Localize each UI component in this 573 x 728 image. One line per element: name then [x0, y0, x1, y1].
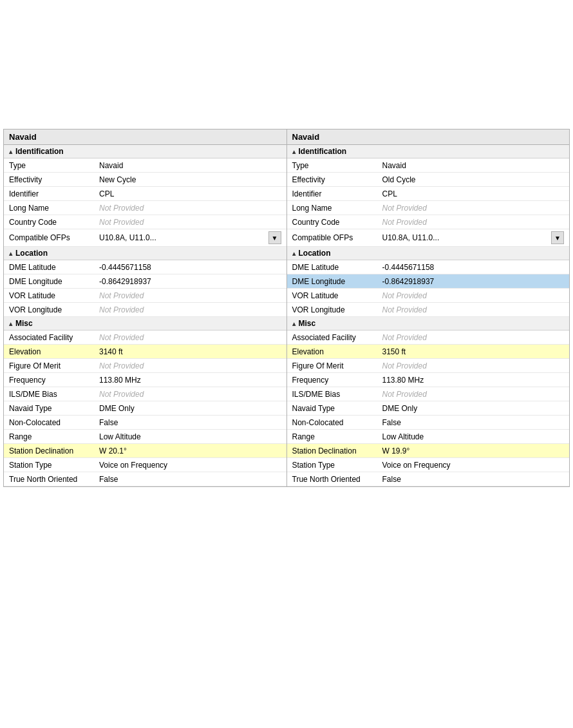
prop-label-left-2-0: Associated Facility: [4, 330, 94, 344]
prop-row-left-1-1: DME Longitude-0.8642918937: [4, 274, 286, 289]
prop-label-right-1-0: DME Latitude: [287, 260, 377, 274]
prop-value-left-0-1: New Cycle: [94, 173, 286, 186]
prop-row-right-1-0: DME Latitude-0.4445671158: [287, 260, 570, 274]
prop-value-left-2-5: DME Only: [94, 401, 286, 415]
prop-value-left-0-4: Not Provided: [94, 215, 286, 229]
prop-row-right-0-0: TypeNavaid: [287, 158, 570, 173]
prop-row-left-0-0: TypeNavaid: [4, 158, 286, 173]
section-header-right-0[interactable]: ▴Identification: [287, 145, 570, 158]
prop-label-left-2-3: Frequency: [4, 373, 94, 387]
prop-row-right-2-8: Station DeclinationW 19.9°: [287, 444, 570, 458]
prop-label-right-2-7: Range: [287, 430, 377, 443]
section-label: Location: [299, 249, 331, 258]
prop-label-left-0-1: Effectivity: [4, 173, 94, 186]
prop-label-right-2-1: Elevation: [287, 345, 377, 358]
prop-value-right-0-1: Old Cycle: [377, 173, 570, 186]
section-header-left-2[interactable]: ▴Misc: [4, 317, 286, 330]
prop-label-right-2-10: True North Oriented: [287, 472, 377, 486]
prop-row-left-0-2: IdentifierCPL: [4, 187, 286, 201]
prop-value-right-1-2: Not Provided: [377, 289, 570, 302]
prop-value-left-2-0: Not Provided: [94, 330, 286, 344]
prop-value-text-left-0-5: U10.8A, U11.0...: [99, 233, 156, 242]
prop-value-left-0-3: Not Provided: [94, 201, 286, 215]
prop-label-right-0-3: Long Name: [287, 201, 377, 215]
prop-row-left-0-4: Country CodeNot Provided: [4, 215, 286, 229]
prop-row-right-2-7: RangeLow Altitude: [287, 430, 570, 444]
prop-value-left-0-2: CPL: [94, 187, 286, 200]
prop-row-left-0-5: Compatible OFPsU10.8A, U11.0...▼: [4, 229, 286, 247]
prop-label-right-1-1: DME Longitude: [287, 274, 377, 288]
prop-label-left-2-9: Station Type: [4, 458, 94, 472]
prop-value-left-2-3: 113.80 MHz: [94, 373, 286, 387]
section-header-left-1[interactable]: ▴Location: [4, 247, 286, 260]
prop-row-left-2-4: ILS/DME BiasNot Provided: [4, 387, 286, 401]
panel-title-left: Navaid: [4, 129, 286, 145]
prop-label-left-0-2: Identifier: [4, 187, 94, 200]
section-header-left-0[interactable]: ▴Identification: [4, 145, 286, 158]
prop-value-left-2-2: Not Provided: [94, 359, 286, 372]
panel-left: Navaid▴IdentificationTypeNavaidEffectivi…: [4, 129, 287, 486]
prop-row-left-2-5: Navaid TypeDME Only: [4, 401, 286, 416]
panel-title-right: Navaid: [287, 129, 570, 145]
prop-value-left-1-0: -0.4445671158: [94, 260, 286, 274]
prop-row-left-2-8: Station DeclinationW 20.1°: [4, 444, 286, 458]
prop-value-right-0-4: Not Provided: [377, 215, 570, 229]
prop-label-right-2-6: Non-Colocated: [287, 416, 377, 429]
prop-value-left-2-6: False: [94, 416, 286, 429]
prop-value-left-1-1: -0.8642918937: [94, 274, 286, 288]
prop-label-right-2-3: Frequency: [287, 373, 377, 387]
section-label: Misc: [15, 319, 33, 328]
dropdown-arrow-icon-right-0-5[interactable]: ▼: [551, 231, 564, 244]
prop-label-right-2-2: Figure Of Merit: [287, 359, 377, 372]
prop-row-right-2-2: Figure Of MeritNot Provided: [287, 359, 570, 373]
triangle-icon: ▴: [292, 148, 296, 155]
prop-value-left-1-3: Not Provided: [94, 303, 286, 316]
triangle-icon: ▴: [292, 250, 296, 257]
prop-row-right-0-1: EffectivityOld Cycle: [287, 173, 570, 187]
page-wrapper: Navaid▴IdentificationTypeNavaidEffectivi…: [0, 0, 573, 728]
prop-row-right-1-3: VOR LongitudeNot Provided: [287, 303, 570, 317]
prop-label-left-0-3: Long Name: [4, 201, 94, 215]
prop-value-right-2-6: False: [377, 416, 570, 429]
prop-label-left-2-6: Non-Colocated: [4, 416, 94, 429]
prop-value-left-2-9: Voice on Frequency: [94, 458, 286, 472]
section-label: Location: [15, 249, 48, 258]
prop-value-right-2-5: DME Only: [377, 401, 570, 415]
prop-row-left-2-7: RangeLow Altitude: [4, 430, 286, 444]
prop-value-right-2-8: W 19.9°: [377, 444, 570, 457]
prop-value-right-2-1: 3150 ft: [377, 345, 570, 358]
prop-value-right-1-1: -0.8642918937: [377, 274, 570, 288]
prop-value-text-right-0-5: U10.8A, U11.0...: [382, 233, 440, 242]
prop-label-left-0-0: Type: [4, 158, 94, 172]
prop-value-right-2-4: Not Provided: [377, 387, 570, 401]
prop-label-right-0-1: Effectivity: [287, 173, 377, 186]
prop-label-left-2-10: True North Oriented: [4, 472, 94, 486]
prop-row-left-0-3: Long NameNot Provided: [4, 201, 286, 215]
prop-value-left-0-5: U10.8A, U11.0...▼: [94, 229, 286, 246]
section-label: Identification: [299, 147, 347, 156]
prop-row-right-2-3: Frequency113.80 MHz: [287, 373, 570, 387]
dropdown-arrow-icon-left-0-5[interactable]: ▼: [268, 231, 281, 244]
prop-row-right-1-2: VOR LatitudeNot Provided: [287, 289, 570, 303]
prop-row-right-0-2: IdentifierCPL: [287, 187, 570, 201]
prop-value-right-2-0: Not Provided: [377, 330, 570, 344]
prop-label-left-1-1: DME Longitude: [4, 274, 94, 288]
prop-label-left-0-4: Country Code: [4, 215, 94, 229]
prop-label-left-2-5: Navaid Type: [4, 401, 94, 415]
prop-value-right-1-0: -0.4445671158: [377, 260, 570, 274]
prop-value-left-1-2: Not Provided: [94, 289, 286, 302]
prop-label-left-2-4: ILS/DME Bias: [4, 387, 94, 401]
prop-value-left-2-7: Low Altitude: [94, 430, 286, 443]
section-header-right-2[interactable]: ▴Misc: [287, 317, 570, 330]
prop-row-left-2-1: Elevation3140 ft: [4, 345, 286, 359]
prop-label-right-2-0: Associated Facility: [287, 330, 377, 344]
prop-label-left-2-2: Figure Of Merit: [4, 359, 94, 372]
prop-row-right-0-3: Long NameNot Provided: [287, 201, 570, 215]
section-header-right-1[interactable]: ▴Location: [287, 247, 570, 260]
prop-row-left-2-6: Non-ColocatedFalse: [4, 416, 286, 430]
prop-label-right-0-2: Identifier: [287, 187, 377, 200]
prop-row-left-2-3: Frequency113.80 MHz: [4, 373, 286, 387]
prop-row-right-2-4: ILS/DME BiasNot Provided: [287, 387, 570, 401]
prop-row-right-2-10: True North OrientedFalse: [287, 472, 570, 486]
prop-value-left-0-0: Navaid: [94, 158, 286, 172]
